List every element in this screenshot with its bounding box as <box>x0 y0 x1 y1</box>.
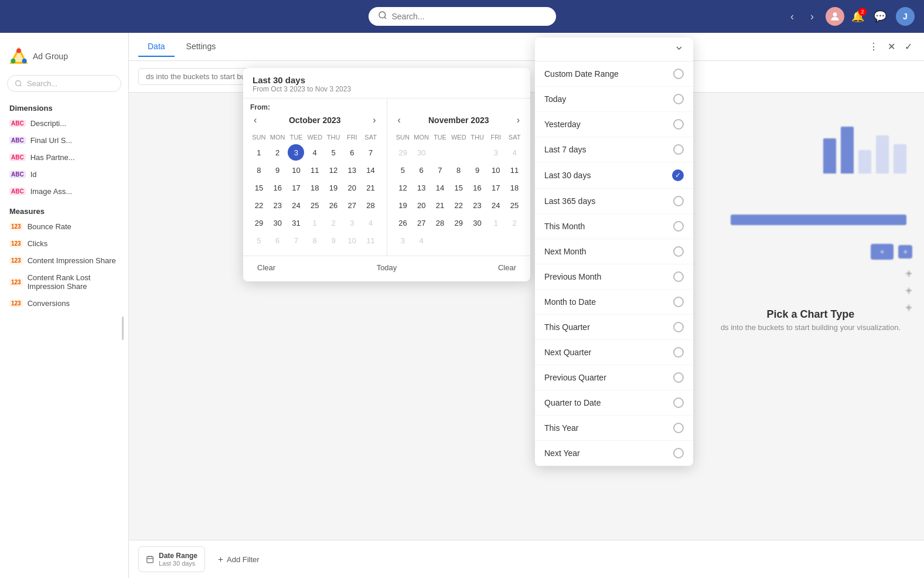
cal-day[interactable]: 19 <box>325 179 342 196</box>
cal-day[interactable]: 22 <box>451 197 467 213</box>
sidebar-item-contentimpr[interactable]: 123 Content Impression Share <box>0 252 128 269</box>
dropdown-item-thisquarter[interactable]: This Quarter <box>535 315 693 340</box>
cal-day[interactable]: 27 <box>413 215 429 231</box>
left-month-label[interactable]: October 2023 <box>289 115 341 125</box>
cal-day[interactable]: 1 <box>251 144 267 161</box>
cal-day[interactable]: 4 <box>363 215 379 231</box>
cal-day[interactable]: 22 <box>251 197 267 213</box>
cal-day[interactable]: 26 <box>394 215 411 231</box>
cal-day[interactable]: 28 <box>363 197 379 213</box>
cal-day[interactable]: 2 <box>325 215 342 231</box>
cal-day[interactable]: 9 <box>325 232 342 249</box>
dropdown-item-previousmonth[interactable]: Previous Month <box>535 264 693 290</box>
dropdown-item-nextmonth[interactable]: Next Month <box>535 239 693 264</box>
search-input[interactable] <box>392 12 547 21</box>
cal-day[interactable]: 18 <box>306 179 323 196</box>
sidebar-item-description[interactable]: ABC Descripti... <box>0 115 128 132</box>
cal-day[interactable]: 9 <box>270 162 286 178</box>
cal-day[interactable]: 25 <box>306 197 323 213</box>
cal-day[interactable]: 15 <box>251 179 267 196</box>
cal-day[interactable]: 1 <box>306 215 323 231</box>
cal-day[interactable]: 24 <box>288 197 304 213</box>
cal-day[interactable]: 17 <box>288 179 304 196</box>
date-range-chip[interactable]: Date Range Last 30 days <box>138 546 205 572</box>
dropdown-chevron-button[interactable] <box>670 41 688 57</box>
cal-day-3-selected[interactable]: 3 <box>288 144 304 161</box>
check-button[interactable]: ✓ <box>902 39 915 55</box>
sidebar-item-haspartner[interactable]: ABC Has Partne... <box>0 149 128 166</box>
cal-day[interactable]: 6 <box>413 162 429 178</box>
cal-day[interactable]: 16 <box>469 179 486 196</box>
cal-day[interactable]: 5 <box>394 162 411 178</box>
close-button[interactable]: ✕ <box>885 39 898 55</box>
user-avatar[interactable] <box>826 7 844 26</box>
dropdown-item-nextquarter[interactable]: Next Quarter <box>535 340 693 365</box>
sidebar-item-bouncerate[interactable]: 123 Bounce Rate <box>0 218 128 235</box>
dropdown-item-today[interactable]: Today <box>535 87 693 112</box>
cal-day[interactable]: 3 <box>394 232 411 249</box>
cal-day[interactable]: 18 <box>506 179 523 196</box>
cal-day[interactable]: 8 <box>251 162 267 178</box>
cal-day[interactable]: 19 <box>394 197 411 213</box>
cal-day[interactable]: 10 <box>288 162 304 178</box>
search-box[interactable] <box>369 7 556 26</box>
cal-day[interactable]: 10 <box>344 232 360 249</box>
cal-day[interactable]: 30 <box>270 215 286 231</box>
dropdown-item-quartertodate[interactable]: Quarter to Date <box>535 390 693 416</box>
cal-day[interactable]: 7 <box>432 162 448 178</box>
cal-day[interactable]: 13 <box>413 179 429 196</box>
tab-settings[interactable]: Settings <box>177 37 226 57</box>
cal-day[interactable]: 25 <box>506 197 523 213</box>
back-button[interactable]: ‹ <box>786 8 799 25</box>
cal-day[interactable]: 7 <box>363 144 379 161</box>
cal-day[interactable]: 21 <box>432 197 448 213</box>
cal-day[interactable]: 3 <box>487 144 504 161</box>
cal-day[interactable]: 4 <box>413 232 429 249</box>
user-avatar-2[interactable]: J <box>896 7 915 26</box>
today-button[interactable]: Today <box>372 261 402 274</box>
right-next-button[interactable]: › <box>513 114 523 127</box>
left-next-button[interactable]: › <box>369 114 379 127</box>
cal-day[interactable]: 14 <box>363 162 379 178</box>
dropdown-item-last7days[interactable]: Last 7 days <box>535 137 693 162</box>
cal-day[interactable]: 11 <box>363 232 379 249</box>
cal-day[interactable]: 7 <box>288 232 304 249</box>
cal-day[interactable]: 8 <box>306 232 323 249</box>
dropdown-item-previousquarter[interactable]: Previous Quarter <box>535 365 693 390</box>
cal-day[interactable]: 4 <box>306 144 323 161</box>
cal-day[interactable]: 30 <box>413 144 429 161</box>
cal-day[interactable]: 8 <box>451 162 467 178</box>
right-prev-button[interactable]: ‹ <box>394 114 404 127</box>
cal-day[interactable]: 27 <box>344 197 360 213</box>
cal-day[interactable]: 20 <box>413 197 429 213</box>
cal-day[interactable]: 3 <box>344 215 360 231</box>
sidebar-item-conversions[interactable]: 123 Conversions <box>0 295 128 312</box>
sidebar-item-finalurl[interactable]: ABC Final Url S... <box>0 132 128 149</box>
cal-day[interactable]: 26 <box>325 197 342 213</box>
cal-day[interactable]: 1 <box>487 215 504 231</box>
cal-day[interactable]: 29 <box>251 215 267 231</box>
cal-day[interactable] <box>451 144 467 161</box>
dropdown-item-monthtodate[interactable]: Month to Date <box>535 290 693 315</box>
dropdown-item-thismonth[interactable]: This Month <box>535 214 693 239</box>
cal-day[interactable]: 29 <box>394 144 411 161</box>
cal-day[interactable]: 6 <box>270 232 286 249</box>
cal-day[interactable]: 21 <box>363 179 379 196</box>
left-prev-button[interactable]: ‹ <box>250 114 260 127</box>
dropdown-item-yesterday[interactable]: Yesterday <box>535 112 693 137</box>
dropdown-item-nextyear[interactable]: Next Year <box>535 441 693 466</box>
sidebar-item-imageass[interactable]: ABC Image Ass... <box>0 183 128 200</box>
forward-button[interactable]: › <box>806 8 819 25</box>
cal-day[interactable]: 4 <box>506 144 523 161</box>
cal-day[interactable]: 28 <box>432 215 448 231</box>
dropdown-item-last30days[interactable]: Last 30 days ✓ <box>535 162 693 189</box>
cal-day[interactable]: 29 <box>451 215 467 231</box>
cal-day[interactable]: 23 <box>469 197 486 213</box>
tab-data[interactable]: Data <box>138 37 175 57</box>
sidebar-search[interactable]: Search... <box>7 75 121 92</box>
right-month-label[interactable]: November 2023 <box>428 115 489 125</box>
dropdown-item-thisyear[interactable]: This Year <box>535 416 693 441</box>
cal-day[interactable] <box>432 144 448 161</box>
add-filter-button[interactable]: Add Filter <box>210 552 267 567</box>
cal-day[interactable]: 6 <box>344 144 360 161</box>
